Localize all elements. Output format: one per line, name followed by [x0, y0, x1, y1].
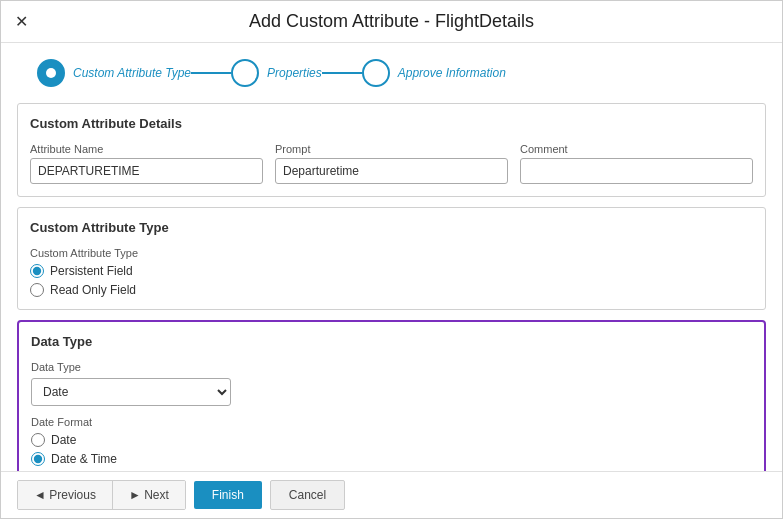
date-format-radio-group: Date Date & Time Time [31, 433, 752, 471]
step-line-2 [322, 72, 362, 74]
custom-attribute-type-title: Custom Attribute Type [30, 220, 753, 239]
previous-label: Previous [49, 488, 96, 502]
date-radio[interactable] [31, 433, 45, 447]
comment-label: Comment [520, 143, 753, 155]
data-type-title: Data Type [31, 334, 752, 353]
attribute-name-label: Attribute Name [30, 143, 263, 155]
step-1-label: Custom Attribute Type [73, 66, 191, 80]
finish-button[interactable]: Finish [194, 481, 262, 509]
read-only-field-label: Read Only Field [50, 283, 136, 297]
comment-group: Comment [520, 143, 753, 184]
date-format-label: Date Format [31, 416, 752, 428]
attribute-name-group: Attribute Name [30, 143, 263, 184]
step-3-circle [362, 59, 390, 87]
step-3: Approve Information [362, 59, 506, 87]
dialog-header: ✕ Add Custom Attribute - FlightDetails [1, 1, 782, 43]
read-only-field-radio-item[interactable]: Read Only Field [30, 283, 753, 297]
dialog-footer: ◄ Previous ► Next Finish Cancel [1, 471, 782, 518]
attribute-fields-row: Attribute Name Prompt Comment [30, 143, 753, 184]
next-button[interactable]: ► Next [113, 481, 185, 509]
prompt-input[interactable] [275, 158, 508, 184]
close-icon[interactable]: ✕ [15, 14, 28, 30]
data-type-field-label: Data Type [31, 361, 752, 373]
prev-next-group: ◄ Previous ► Next [17, 480, 186, 510]
custom-attribute-type-field-label: Custom Attribute Type [30, 247, 753, 259]
next-icon: ► [129, 488, 141, 502]
persistent-field-label: Persistent Field [50, 264, 133, 278]
step-1-circle [37, 59, 65, 87]
read-only-field-radio[interactable] [30, 283, 44, 297]
prompt-label: Prompt [275, 143, 508, 155]
custom-attribute-details-section: Custom Attribute Details Attribute Name … [17, 103, 766, 197]
data-type-section: Data Type Data Type Date String Integer … [17, 320, 766, 471]
attribute-name-input[interactable] [30, 158, 263, 184]
data-type-dropdown[interactable]: Date String Integer Boolean [31, 378, 231, 406]
step-3-label: Approve Information [398, 66, 506, 80]
stepper: Custom Attribute Type Properties Approve… [17, 43, 766, 103]
cancel-button[interactable]: Cancel [270, 480, 345, 510]
next-label: Next [144, 488, 169, 502]
step-1: Custom Attribute Type [37, 59, 191, 87]
comment-input[interactable] [520, 158, 753, 184]
custom-attribute-details-title: Custom Attribute Details [30, 116, 753, 135]
persistent-field-radio[interactable] [30, 264, 44, 278]
dialog-title: Add Custom Attribute - FlightDetails [17, 11, 766, 32]
step-2: Properties [231, 59, 322, 87]
persistent-field-radio-item[interactable]: Persistent Field [30, 264, 753, 278]
custom-attribute-type-radio-group: Persistent Field Read Only Field [30, 264, 753, 297]
dialog: ✕ Add Custom Attribute - FlightDetails C… [0, 0, 783, 519]
date-time-radio-label: Date & Time [51, 452, 117, 466]
svg-point-0 [46, 68, 56, 78]
previous-button[interactable]: ◄ Previous [18, 481, 113, 509]
date-radio-item[interactable]: Date [31, 433, 752, 447]
date-time-radio-item[interactable]: Date & Time [31, 452, 752, 466]
date-radio-label: Date [51, 433, 76, 447]
dialog-body: Custom Attribute Type Properties Approve… [1, 43, 782, 471]
step-2-circle [231, 59, 259, 87]
previous-icon: ◄ [34, 488, 46, 502]
prompt-group: Prompt [275, 143, 508, 184]
custom-attribute-type-section: Custom Attribute Type Custom Attribute T… [17, 207, 766, 310]
step-2-label: Properties [267, 66, 322, 80]
date-time-radio[interactable] [31, 452, 45, 466]
step-line-1 [191, 72, 231, 74]
